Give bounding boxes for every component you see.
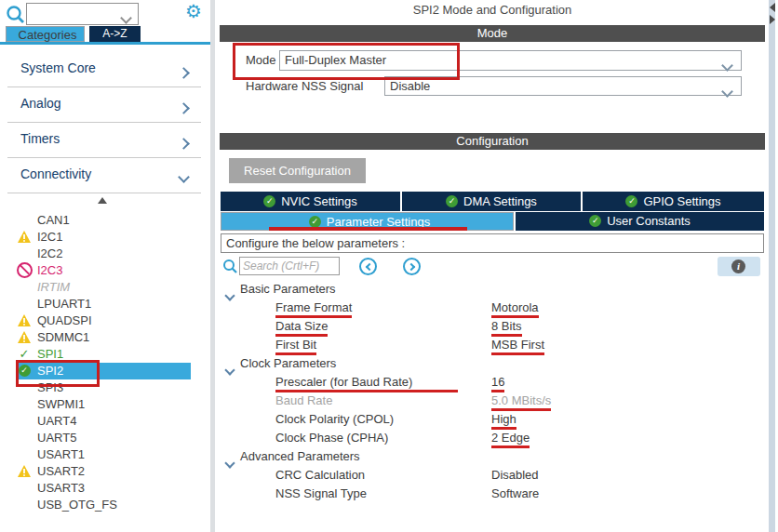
param-row-first-bit[interactable]: First Bit MSB First [220, 336, 765, 354]
tree-group-clock-parameters[interactable]: Clock Parameters [220, 354, 765, 373]
tab-label: DMA Settings [463, 194, 537, 208]
param-value[interactable]: High [491, 412, 516, 430]
param-row-prescaler[interactable]: Prescaler (for Baud Rate) 16 [220, 373, 765, 392]
peripheral-item-i2c2[interactable]: I2C2 [0, 246, 210, 262]
sidebar-item-timers[interactable]: Timers [7, 122, 201, 158]
peripheral-item-uart4[interactable]: UART4 [0, 413, 210, 430]
stm32cubemx-window: ⚙ Categories A->Z System Core Analog Tim… [0, 0, 778, 532]
tab-label: GPIO Settings [643, 194, 720, 208]
param-row-clock-phase[interactable]: Clock Phase (CPHA) 2 Edge [220, 429, 765, 447]
category-label: Analog [20, 86, 61, 121]
param-value[interactable]: 2 Edge [491, 431, 530, 448]
annotation-underline-parameter-settings [269, 227, 467, 231]
peripheral-item-usb-otg-fs[interactable]: USB_OTG_FS [0, 497, 210, 513]
peripheral-item-quadspi[interactable]: QUADSPI [0, 313, 210, 329]
peripheral-label: CAN1 [37, 212, 70, 229]
warning-icon [15, 229, 34, 246]
peripheral-label: USB_OTG_FS [37, 497, 117, 513]
check-circle-icon: ✓ [263, 195, 275, 207]
page-title: SPI2 Mode and Configuration [220, 3, 765, 17]
peripheral-label: SWPMI1 [37, 396, 85, 413]
peripheral-item-irtim[interactable]: IRTIM [0, 279, 210, 296]
tab-categories[interactable]: Categories [6, 26, 85, 42]
chevron-down-icon [723, 83, 731, 100]
param-label: Clock Polarity (CPOL) [275, 410, 394, 429]
peripheral-label: UART5 [37, 430, 76, 446]
sidebar-item-analog[interactable]: Analog [7, 86, 201, 123]
tree-group-advanced-parameters[interactable]: Advanced Parameters [220, 447, 765, 466]
peripheral-item-swpmi1[interactable]: SWPMI1 [0, 396, 210, 413]
peripheral-label: QUADSPI [37, 313, 92, 329]
warning-icon [15, 329, 34, 346]
hardware-nss-select-value: Disable [390, 79, 430, 93]
param-row-clock-polarity[interactable]: Clock Polarity (CPOL) High [220, 410, 765, 429]
chevron-down-icon [180, 168, 188, 185]
tab-nvic-settings[interactable]: ✓NVIC Settings [221, 192, 400, 211]
sidebar-item-system-core[interactable]: System Core [7, 51, 201, 87]
configuration-section-header: Configuration [220, 133, 765, 150]
param-value[interactable]: Disabled [491, 466, 539, 485]
peripheral-item-lpuart1[interactable]: LPUART1 [0, 296, 210, 313]
chevron-down-icon [122, 9, 130, 26]
peripheral-item-sdmmc1[interactable]: SDMMC1 [0, 329, 210, 346]
tab-a-to-z[interactable]: A->Z [89, 26, 141, 42]
peripheral-label: I2C1 [37, 229, 62, 246]
peripheral-item-usart2[interactable]: USART2 [0, 463, 210, 480]
param-value[interactable]: Motorola [491, 300, 539, 318]
chevron-right-icon [180, 100, 188, 116]
peripheral-item-usart1[interactable]: USART1 [0, 446, 210, 463]
tab-underline [0, 42, 210, 45]
settings-gear-icon[interactable]: ⚙ [185, 0, 202, 22]
param-label: Prescaler (for Baud Rate) [275, 375, 458, 392]
scroll-up-icon[interactable] [98, 197, 107, 204]
chevron-right-icon [180, 135, 188, 152]
peripherals-sidebar: ⚙ Categories A->Z System Core Analog Tim… [0, 0, 210, 532]
param-value[interactable]: Software [491, 485, 539, 503]
tab-user-constants[interactable]: ✓User Constants [516, 212, 764, 231]
param-row-nss-signal-type[interactable]: NSS Signal Type Software [220, 485, 765, 503]
peripheral-item-can1[interactable]: CAN1 [0, 212, 210, 229]
param-row-crc-calculation[interactable]: CRC Calculation Disabled [220, 466, 765, 485]
peripheral-label: USART2 [37, 463, 85, 480]
peripheral-label: IRTIM [37, 279, 70, 296]
tab-dma-settings[interactable]: ✓DMA Settings [402, 192, 581, 211]
tree-group-basic-parameters[interactable]: Basic Parameters [220, 280, 765, 299]
peripheral-item-usart3[interactable]: USART3 [0, 480, 210, 497]
chevron-down-icon [723, 57, 731, 75]
search-prev-button[interactable] [359, 258, 377, 275]
configure-parameters-banner: Configure the below parameters : [221, 233, 764, 253]
param-row-frame-format[interactable]: Frame Format Motorola [220, 299, 765, 317]
peripheral-label: I2C2 [37, 246, 62, 262]
tab-gpio-settings[interactable]: ✓GPIO Settings [583, 192, 764, 211]
param-label: Data Size [275, 319, 328, 337]
chevron-right-icon [408, 263, 415, 271]
peripheral-label: I2C3 [37, 262, 62, 279]
collapse-left-icon[interactable] [770, 3, 775, 12]
param-label: Clock Phase (CPHA) [275, 429, 388, 447]
reset-configuration-button[interactable]: Reset Configuration [229, 158, 366, 183]
param-value[interactable]: MSB First [491, 338, 544, 355]
hardware-nss-label: Hardware NSS Signal [246, 79, 363, 93]
sidebar-search-combobox[interactable] [26, 3, 139, 25]
panel-scrollbar[interactable] [769, 0, 775, 532]
param-row-data-size[interactable]: Data Size 8 Bits [220, 317, 765, 336]
annotation-box-mode [233, 43, 460, 80]
peripheral-item-uart5[interactable]: UART5 [0, 430, 210, 446]
param-value[interactable]: 16 [491, 375, 504, 392]
peripheral-item-i2c1[interactable]: I2C1 [0, 229, 210, 246]
param-value: 5.0 MBits/s [491, 393, 551, 411]
parameter-search-input[interactable] [239, 257, 340, 275]
sidebar-scrollbar[interactable] [210, 0, 215, 532]
mode-section-header: Mode [220, 25, 765, 42]
chevron-right-icon [180, 64, 188, 81]
search-next-button[interactable] [403, 258, 421, 275]
chevron-left-icon [366, 263, 373, 271]
collapse-right-icon[interactable] [770, 15, 775, 24]
peripheral-item-i2c3[interactable]: I2C3 [0, 262, 210, 279]
category-label: System Core [20, 51, 96, 86]
param-value[interactable]: 8 Bits [491, 319, 522, 337]
info-button[interactable]: i [718, 257, 760, 276]
sidebar-item-connectivity[interactable]: Connectivity [7, 157, 201, 193]
param-row-baud-rate: Baud Rate 5.0 MBits/s [220, 392, 765, 410]
blocked-icon [15, 262, 34, 279]
